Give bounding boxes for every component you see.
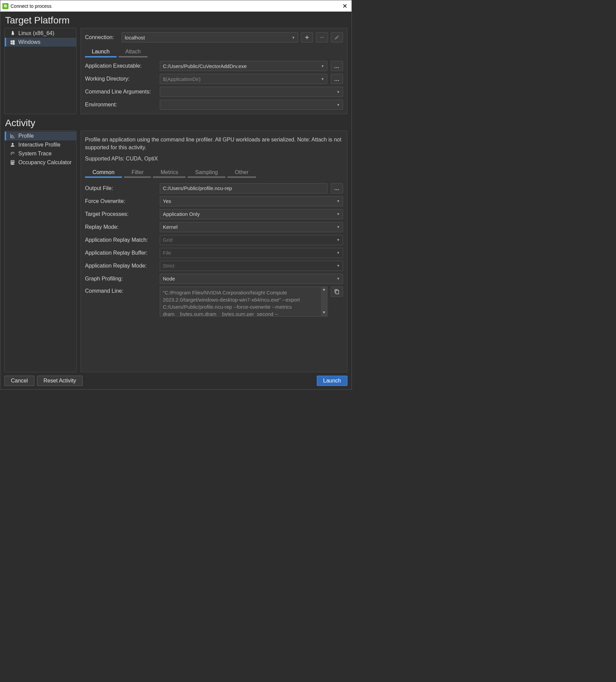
output-file-input[interactable] bbox=[160, 183, 327, 193]
window-title: Connect to process bbox=[11, 3, 338, 9]
person-icon bbox=[10, 142, 16, 148]
reset-activity-button[interactable]: Reset Activity bbox=[37, 376, 83, 386]
chevron-down-icon: ▼ bbox=[337, 277, 340, 280]
replay-mode-value: Kernel bbox=[163, 224, 177, 230]
output-file-browse-button[interactable]: ... bbox=[331, 183, 343, 193]
launch-attach-tabs: Launch Attach bbox=[85, 47, 343, 57]
target-processes-value: Application Only bbox=[163, 211, 200, 217]
app-replay-match-label: Application Replay Match: bbox=[85, 237, 156, 243]
titlebar: ⧉ Connect to process ✕ bbox=[0, 0, 352, 12]
command-line-label: Command Line: bbox=[85, 287, 156, 294]
working-dir-placeholder: $(ApplicationDir) bbox=[163, 76, 201, 82]
sidebar-item-windows[interactable]: Windows bbox=[5, 38, 76, 47]
sidebar-item-label: System Trace bbox=[18, 151, 52, 157]
gauge-icon bbox=[10, 151, 16, 157]
force-overwrite-dropdown[interactable]: Yes ▼ bbox=[160, 196, 343, 206]
subtab-other[interactable]: Other bbox=[227, 168, 256, 178]
force-overwrite-value: Yes bbox=[163, 198, 171, 204]
sidebar-item-system-trace[interactable]: System Trace bbox=[5, 149, 76, 158]
section-target-platform-title: Target Platform bbox=[5, 15, 352, 26]
chevron-down-icon: ▼ bbox=[337, 251, 340, 255]
chevron-down-icon: ▼ bbox=[337, 264, 340, 268]
connection-panel: Connection: localhost ▼ bbox=[81, 28, 347, 114]
chevron-down-icon: ▼ bbox=[292, 36, 295, 39]
edit-connection-button[interactable] bbox=[331, 32, 343, 42]
chart-icon bbox=[10, 133, 16, 139]
sidebar-item-label: Occupancy Calculator bbox=[18, 159, 72, 166]
chevron-down-icon: ▼ bbox=[321, 64, 324, 68]
launch-button[interactable]: Launch bbox=[317, 376, 348, 386]
scrollbar[interactable]: ▲ ▼ bbox=[321, 287, 327, 316]
cancel-button[interactable]: Cancel bbox=[4, 376, 34, 386]
chevron-down-icon: ▼ bbox=[337, 238, 340, 242]
output-file-label: Output File: bbox=[85, 185, 156, 191]
tab-attach[interactable]: Attach bbox=[119, 47, 148, 57]
target-processes-label: Target Processes: bbox=[85, 211, 156, 217]
activity-description: Profile an application using the command… bbox=[85, 135, 343, 165]
subtab-filter[interactable]: Filter bbox=[124, 168, 151, 178]
windows-icon bbox=[10, 39, 16, 45]
app-replay-mode-dropdown: Strict ▼ bbox=[160, 261, 343, 271]
sidebar-item-label: Profile bbox=[18, 133, 34, 139]
subtab-metrics[interactable]: Metrics bbox=[153, 168, 186, 178]
add-connection-button[interactable] bbox=[301, 32, 313, 42]
connection-select[interactable]: localhost ▼ bbox=[122, 32, 298, 42]
chevron-down-icon: ▼ bbox=[337, 90, 340, 94]
working-dir-dropdown[interactable]: $(ApplicationDir) ▼ bbox=[160, 74, 327, 84]
app-exe-value: C:/Users/Public/CuVectorAddDrv.exe bbox=[163, 63, 246, 69]
subtab-common[interactable]: Common bbox=[85, 168, 122, 178]
remove-connection-button[interactable] bbox=[316, 32, 328, 42]
close-icon[interactable]: ✕ bbox=[340, 2, 349, 10]
environment-label: Environment: bbox=[85, 102, 156, 108]
graph-profiling-label: Graph Profiling: bbox=[85, 276, 156, 282]
linux-icon bbox=[10, 30, 16, 36]
app-replay-mode-value: Strict bbox=[163, 263, 174, 269]
cmd-args-label: Command Line Arguments: bbox=[85, 89, 156, 95]
sidebar-item-interactive-profile[interactable]: Interactive Profile bbox=[5, 140, 76, 149]
working-dir-browse-button[interactable]: ... bbox=[331, 74, 343, 84]
copy-command-button[interactable] bbox=[331, 287, 343, 297]
graph-profiling-value: Node bbox=[163, 276, 175, 282]
cmd-args-dropdown[interactable]: ▼ bbox=[160, 87, 343, 97]
force-overwrite-label: Force Overwrite: bbox=[85, 198, 156, 204]
app-exe-label: Application Executable: bbox=[85, 63, 156, 69]
connection-value: localhost bbox=[125, 35, 145, 40]
chevron-down-icon: ▼ bbox=[337, 225, 340, 229]
target-processes-dropdown[interactable]: Application Only ▼ bbox=[160, 209, 343, 219]
section-activity-title: Activity bbox=[5, 118, 352, 129]
chevron-down-icon: ▼ bbox=[321, 77, 324, 81]
graph-profiling-dropdown[interactable]: Node ▼ bbox=[160, 274, 343, 284]
environment-dropdown[interactable]: ▼ bbox=[160, 100, 343, 110]
activity-list: Profile Interactive Profile System Trace bbox=[4, 131, 76, 372]
app-replay-buffer-value: File bbox=[163, 250, 171, 256]
dialog-footer: Cancel Reset Activity Launch bbox=[0, 372, 352, 386]
app-replay-mode-label: Application Replay Mode: bbox=[85, 263, 156, 269]
replay-mode-label: Replay Mode: bbox=[85, 224, 156, 230]
activity-desc-line2: Supported APIs: CUDA, OptiX bbox=[85, 155, 343, 163]
connection-label: Connection: bbox=[85, 34, 119, 40]
app-exe-dropdown[interactable]: C:/Users/Public/CuVectorAddDrv.exe ▼ bbox=[160, 61, 327, 71]
app-replay-match-value: Grid bbox=[163, 237, 172, 243]
calculator-icon bbox=[10, 159, 16, 166]
scroll-up-icon[interactable]: ▲ bbox=[321, 287, 327, 293]
chevron-down-icon: ▼ bbox=[337, 103, 340, 107]
command-line-value: "C:/Program Files/NVIDIA Corporation/Nsi… bbox=[163, 290, 300, 317]
sidebar-item-profile[interactable]: Profile bbox=[5, 132, 76, 140]
platform-list: Linux (x86_64) Windows bbox=[4, 28, 76, 114]
chevron-down-icon: ▼ bbox=[337, 199, 340, 203]
app-replay-buffer-dropdown: File ▼ bbox=[160, 248, 343, 258]
chevron-down-icon: ▼ bbox=[337, 212, 340, 216]
app-exe-browse-button[interactable]: ... bbox=[331, 61, 343, 71]
sidebar-item-occupancy-calculator[interactable]: Occupancy Calculator bbox=[5, 158, 76, 167]
working-dir-label: Working Directory: bbox=[85, 76, 156, 82]
command-line-textarea[interactable]: "C:/Program Files/NVIDIA Corporation/Nsi… bbox=[160, 287, 327, 317]
scroll-down-icon[interactable]: ▼ bbox=[321, 310, 327, 316]
app-replay-buffer-label: Application Replay Buffer: bbox=[85, 250, 156, 256]
tab-launch[interactable]: Launch bbox=[85, 47, 117, 57]
subtab-sampling[interactable]: Sampling bbox=[188, 168, 225, 178]
sidebar-item-linux[interactable]: Linux (x86_64) bbox=[5, 29, 76, 38]
sidebar-item-label: Interactive Profile bbox=[18, 142, 61, 148]
replay-mode-dropdown[interactable]: Kernel ▼ bbox=[160, 222, 343, 232]
app-icon: ⧉ bbox=[2, 3, 8, 9]
sidebar-item-label: Linux (x86_64) bbox=[18, 30, 54, 36]
